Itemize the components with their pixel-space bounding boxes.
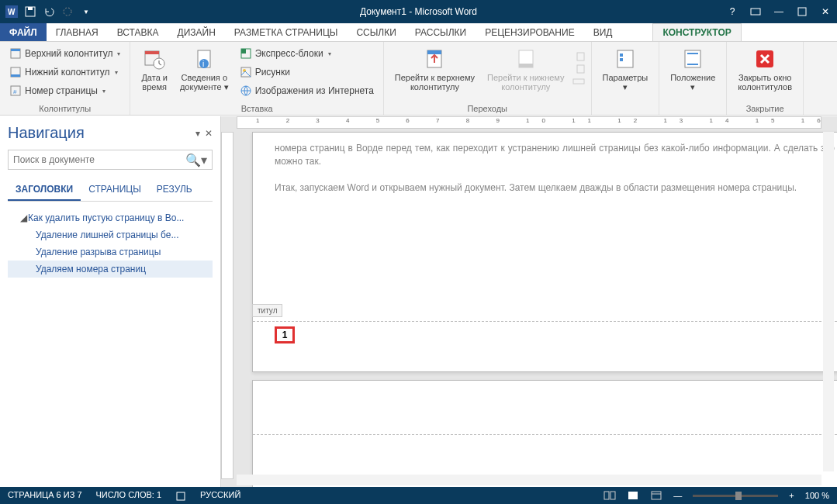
- undo-icon[interactable]: [40, 3, 57, 20]
- svg-rect-38: [610, 492, 615, 499]
- doc-info-button[interactable]: i Сведения одокументе ▾: [175, 45, 233, 99]
- svg-text:#: #: [13, 88, 17, 95]
- position-button[interactable]: Положение▾: [666, 45, 720, 93]
- horizontal-scrollbar[interactable]: [237, 475, 821, 485]
- footer-area[interactable]: 1: [253, 321, 837, 371]
- tab-references[interactable]: ССЫЛКИ: [347, 23, 405, 41]
- document-info-icon: i: [192, 47, 216, 71]
- quick-parts-button[interactable]: Экспресс-блоки▾: [237, 45, 377, 62]
- help-icon[interactable]: ?: [721, 0, 744, 23]
- search-icon[interactable]: 🔍: [185, 153, 201, 167]
- zoom-level[interactable]: 100 %: [805, 491, 829, 500]
- navigation-pane: Навигация ▾ ✕ 🔍▾ ЗАГОЛОВКИ СТРАНИЦЫ РЕЗУ…: [0, 116, 221, 487]
- svg-rect-5: [751, 9, 760, 15]
- svg-rect-10: [11, 74, 20, 77]
- close-icon[interactable]: ✕: [814, 0, 837, 23]
- nav-tab-headings[interactable]: ЗАГОЛОВКИ: [8, 179, 81, 201]
- tab-insert[interactable]: ВСТАВКА: [108, 23, 168, 41]
- nav-tab-results[interactable]: РЕЗУЛЬ: [149, 179, 200, 201]
- view-read-icon[interactable]: [604, 490, 616, 501]
- calendar-clock-icon: [142, 47, 167, 71]
- svg-rect-39: [628, 492, 638, 499]
- page-number-highlight[interactable]: 1: [275, 326, 295, 343]
- minimize-icon[interactable]: —: [767, 0, 790, 23]
- svg-rect-28: [577, 53, 584, 60]
- zoom-slider[interactable]: [693, 495, 778, 497]
- svg-rect-14: [145, 51, 159, 54]
- tab-home[interactable]: ГЛАВНАЯ: [47, 23, 108, 41]
- nav-search[interactable]: 🔍▾: [8, 150, 213, 170]
- goto-footer-button: Перейти к нижнемуколонтитулу: [482, 45, 569, 93]
- group-close-label: Закрытие: [733, 102, 797, 113]
- next-section-icon: [572, 64, 585, 74]
- tab-file[interactable]: ФАЙЛ: [0, 23, 47, 41]
- document-page-next[interactable]: [252, 380, 837, 487]
- pictures-button[interactable]: Рисунки: [237, 64, 377, 81]
- tab-review[interactable]: РЕЦЕНЗИРОВАНИЕ: [476, 23, 583, 41]
- group-vstavka-label: Вставка: [137, 102, 376, 113]
- header-area[interactable]: [253, 381, 837, 435]
- status-words[interactable]: ЧИСЛО СЛОВ: 1: [96, 490, 162, 501]
- zoom-out-icon[interactable]: —: [673, 491, 682, 500]
- nav-dropdown-icon[interactable]: ▾: [195, 128, 200, 139]
- page-number-button[interactable]: #Номер страницы▾: [6, 82, 123, 99]
- svg-text:i: i: [202, 60, 204, 68]
- parameters-button[interactable]: Параметры▾: [598, 45, 653, 93]
- ribbon-display-icon[interactable]: [744, 0, 767, 23]
- online-pictures-button[interactable]: Изображения из Интернета: [237, 82, 377, 99]
- tree-item-1[interactable]: Удаление лишней страницы бе...: [8, 226, 213, 243]
- footer-tag[interactable]: титул: [252, 304, 282, 317]
- tab-layout[interactable]: РАЗМЕТКА СТРАНИЦЫ: [225, 23, 348, 41]
- view-web-icon[interactable]: [650, 490, 662, 501]
- save-icon[interactable]: [22, 3, 39, 20]
- view-print-icon[interactable]: [627, 490, 639, 501]
- redo-icon[interactable]: [59, 3, 76, 20]
- link-previous-icon: [572, 77, 585, 86]
- nav-tab-pages[interactable]: СТРАНИЦЫ: [81, 179, 149, 201]
- nav-close-icon[interactable]: ✕: [205, 128, 213, 139]
- tab-view[interactable]: ВИД: [584, 23, 622, 41]
- svg-rect-20: [241, 49, 246, 54]
- svg-rect-36: [177, 492, 185, 500]
- status-page[interactable]: СТРАНИЦА 6 ИЗ 7: [8, 490, 82, 501]
- tree-item-2[interactable]: Удаление разрыва страницы: [8, 243, 213, 261]
- date-time-button[interactable]: Дата ивремя: [137, 45, 172, 99]
- svg-rect-40: [652, 492, 661, 499]
- footer-button[interactable]: Нижний колонтитул▾: [6, 64, 123, 81]
- close-header-footer-button[interactable]: Закрыть окноколонтитулов: [733, 45, 797, 93]
- svg-rect-37: [604, 492, 609, 499]
- tab-constructor[interactable]: КОНСТРУКТОР: [652, 23, 741, 41]
- tree-item-3[interactable]: Удаляем номера страниц: [8, 261, 213, 278]
- svg-rect-3: [28, 7, 33, 10]
- svg-rect-6: [798, 8, 806, 16]
- group-perehody-label: Переходы: [390, 102, 585, 113]
- horizontal-ruler[interactable]: [237, 116, 821, 129]
- tab-design[interactable]: ДИЗАЙН: [168, 23, 225, 41]
- goto-header-button[interactable]: Перейти к верхнемуколонтитулу: [390, 45, 479, 93]
- document-page[interactable]: номера страниц в Ворде перед тем, как пе…: [252, 132, 837, 372]
- svg-rect-29: [577, 65, 584, 73]
- tab-mailings[interactable]: РАССЫЛКИ: [406, 23, 476, 41]
- qat-customize-icon[interactable]: ▼: [78, 3, 95, 20]
- group-kolontituly-label: Колонтитулы: [6, 102, 123, 113]
- word-app-icon[interactable]: W: [3, 3, 20, 20]
- status-language[interactable]: РУССКИЙ: [200, 490, 240, 501]
- search-input[interactable]: [13, 154, 185, 165]
- document-area[interactable]: номера страниц в Ворде перед тем, как пе…: [221, 116, 837, 487]
- goto-footer-icon: [514, 47, 538, 71]
- header-button[interactable]: Верхний колонтитул▾: [6, 45, 123, 62]
- maximize-icon[interactable]: [790, 0, 814, 23]
- svg-point-4: [64, 8, 71, 16]
- zoom-in-icon[interactable]: +: [789, 491, 794, 500]
- svg-rect-8: [11, 49, 20, 51]
- goto-header-icon: [422, 47, 447, 71]
- status-proofing-icon[interactable]: [175, 490, 186, 501]
- prev-section-icon: [572, 52, 585, 61]
- svg-rect-30: [573, 79, 584, 84]
- window-title: Документ1 - Microsoft Word: [360, 6, 477, 17]
- body-text: номера страниц в Ворде перед тем, как пе…: [253, 133, 837, 204]
- svg-rect-32: [620, 54, 623, 57]
- tree-root[interactable]: ◢Как удалить пустую страницу в Во...: [8, 209, 213, 226]
- vertical-scrollbar[interactable]: [823, 132, 834, 471]
- vertical-ruler[interactable]: [221, 132, 233, 479]
